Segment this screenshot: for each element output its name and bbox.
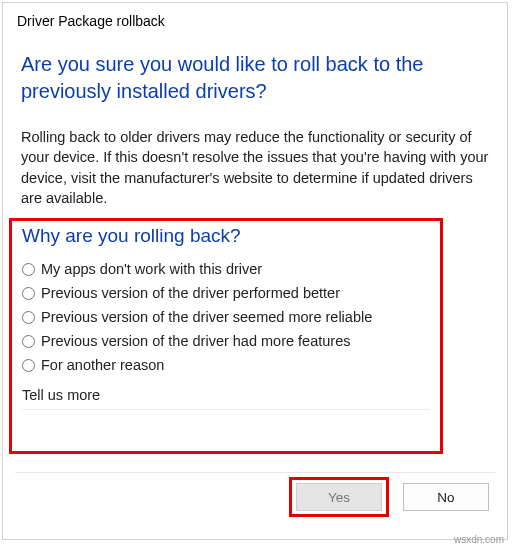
main-heading: Are you sure you would like to roll back…: [3, 33, 507, 111]
no-button[interactable]: No: [403, 483, 489, 511]
reason-radio-3[interactable]: [22, 335, 35, 348]
tell-us-more-label: Tell us more: [22, 377, 430, 403]
reason-heading: Why are you rolling back?: [22, 225, 430, 257]
reason-label: Previous version of the driver seemed mo…: [41, 309, 372, 325]
reason-label: Previous version of the driver performed…: [41, 285, 340, 301]
reason-option[interactable]: Previous version of the driver seemed mo…: [22, 305, 430, 329]
bottom-divider: [15, 472, 495, 473]
reason-radio-1[interactable]: [22, 287, 35, 300]
yes-highlight: Yes: [289, 477, 389, 517]
button-row: Yes No: [289, 477, 489, 517]
reason-radio-0[interactable]: [22, 263, 35, 276]
reason-option[interactable]: Previous version of the driver had more …: [22, 329, 430, 353]
yes-button[interactable]: Yes: [296, 483, 382, 511]
reason-option[interactable]: Previous version of the driver performed…: [22, 281, 430, 305]
divider: [22, 409, 430, 410]
watermark: wsxdn.com: [454, 534, 504, 545]
reason-option[interactable]: My apps don't work with this driver: [22, 257, 430, 281]
reason-label: Previous version of the driver had more …: [41, 333, 350, 349]
reason-label: My apps don't work with this driver: [41, 261, 262, 277]
reason-radio-4[interactable]: [22, 359, 35, 372]
body-text: Rolling back to older drivers may reduce…: [3, 111, 507, 218]
reason-label: For another reason: [41, 357, 164, 373]
window-title: Driver Package rollback: [3, 3, 507, 33]
reason-section: Why are you rolling back? My apps don't …: [9, 218, 443, 454]
reason-option[interactable]: For another reason: [22, 353, 430, 377]
reason-radio-2[interactable]: [22, 311, 35, 324]
rollback-dialog: Driver Package rollback Are you sure you…: [2, 2, 508, 540]
